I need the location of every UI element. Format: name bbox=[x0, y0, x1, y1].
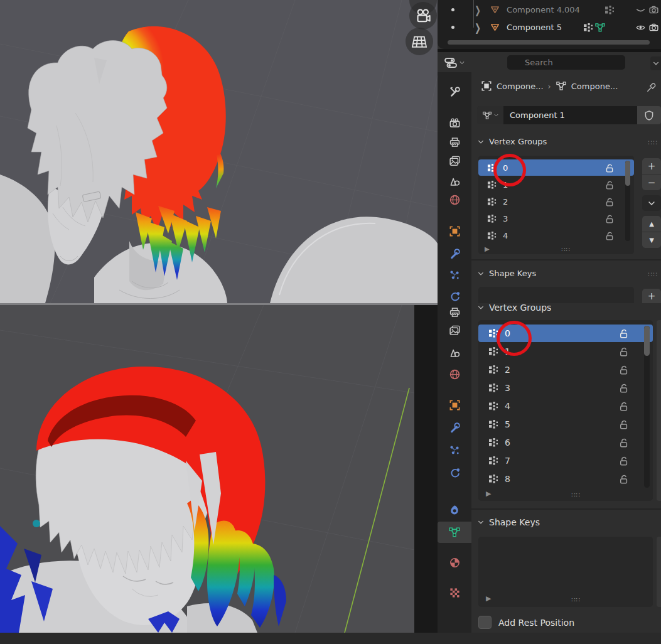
add-rest-position-label[interactable]: Add Rest Position bbox=[498, 618, 574, 628]
vertex-group-row[interactable]: 4 bbox=[478, 397, 653, 415]
vertex-group-row[interactable]: 3 bbox=[478, 210, 634, 227]
lock-open-icon[interactable] bbox=[618, 473, 629, 485]
vertex-group-row[interactable]: 2 bbox=[478, 193, 634, 210]
tab-particles[interactable] bbox=[438, 264, 471, 286]
shape-keys-panel-header-top[interactable]: Shape Keys bbox=[477, 269, 536, 278]
move-group-up-button[interactable]: ▲ bbox=[642, 216, 661, 232]
vertex-group-row[interactable]: 4 bbox=[478, 227, 634, 244]
outliner-item-label[interactable]: Component 5 bbox=[507, 23, 562, 32]
eye-visibility-icon[interactable] bbox=[635, 22, 646, 33]
outliner-horizontal-scrollbar[interactable] bbox=[448, 40, 650, 45]
lock-open-icon[interactable] bbox=[604, 180, 615, 190]
add-shape-key-button[interactable]: + bbox=[642, 289, 661, 303]
mesh-data-icon bbox=[556, 80, 567, 92]
lock-open-icon[interactable] bbox=[604, 213, 615, 224]
vertex-group-row[interactable]: 5 bbox=[478, 416, 653, 433]
vertex-group-row[interactable]: 6 bbox=[478, 434, 653, 451]
vertex-groups-panel-header-top[interactable]: Vertex Groups bbox=[477, 137, 547, 146]
lock-open-icon[interactable] bbox=[618, 400, 629, 412]
pin-icon[interactable] bbox=[645, 82, 657, 94]
mesh-data-icon bbox=[594, 22, 606, 33]
tab-view-layer[interactable] bbox=[438, 150, 471, 171]
vertex-group-specials-button[interactable] bbox=[642, 195, 661, 211]
vertex-group-row[interactable]: 2 bbox=[478, 361, 653, 378]
viewport-3d-top[interactable] bbox=[0, 0, 438, 303]
tab-texture[interactable] bbox=[438, 582, 471, 603]
tab-world[interactable] bbox=[438, 189, 471, 210]
vertex-group-row[interactable]: 3 bbox=[478, 379, 653, 397]
add-vertex-group-button[interactable]: + bbox=[642, 158, 661, 174]
search-input[interactable] bbox=[507, 55, 625, 70]
panel-drag-grip[interactable]: ∷∷ bbox=[648, 271, 658, 279]
add-rest-position-checkbox[interactable] bbox=[478, 616, 492, 629]
tab-particles[interactable] bbox=[438, 439, 471, 461]
list-resize-grip[interactable]: ∷∷ bbox=[561, 246, 571, 253]
panel-drag-grip[interactable]: ∷∷ bbox=[648, 139, 658, 147]
editor-options-button[interactable] bbox=[650, 56, 661, 70]
tab-object-data-selected[interactable] bbox=[438, 522, 471, 543]
object-square-icon bbox=[449, 225, 461, 237]
tab-material[interactable] bbox=[438, 552, 471, 573]
lock-open-icon[interactable] bbox=[618, 364, 629, 375]
viewport-3d-bottom[interactable] bbox=[0, 305, 414, 633]
remove-vertex-group-button[interactable]: − bbox=[642, 174, 661, 190]
list-filter-expand[interactable]: ▶ bbox=[485, 245, 490, 252]
tab-output[interactable] bbox=[438, 131, 471, 153]
tab-constraints[interactable] bbox=[438, 499, 471, 520]
lock-open-icon[interactable] bbox=[618, 346, 629, 357]
tab-scene[interactable] bbox=[438, 341, 471, 363]
list-resize-grip[interactable]: ∷∷ bbox=[571, 491, 581, 498]
lock-open-icon[interactable] bbox=[618, 437, 629, 448]
outliner-item-label[interactable]: Component 4.004 bbox=[507, 5, 580, 14]
list-scrollbar[interactable] bbox=[625, 161, 630, 241]
list-filter-expand[interactable]: ▶ bbox=[486, 594, 491, 603]
expand-arrow-icon[interactable]: ❯ bbox=[475, 4, 481, 16]
shape-keys-panel-header-bottom[interactable]: Shape Keys bbox=[477, 517, 540, 527]
vertex-group-icon bbox=[488, 456, 498, 466]
editor-type-button[interactable] bbox=[444, 56, 465, 70]
vertex-group-row[interactable]: 7 bbox=[478, 452, 653, 470]
vertex-group-name: 7 bbox=[505, 456, 510, 466]
list-scrollbar[interactable] bbox=[644, 326, 650, 488]
vertex-groups-panel-header-bottom[interactable]: Vertex Groups bbox=[477, 303, 551, 313]
tab-scene[interactable] bbox=[438, 170, 471, 191]
outliner-row-component-4004[interactable]: ❯ Component 4.004 bbox=[438, 1, 661, 18]
particles-icon bbox=[449, 444, 461, 456]
list-filter-expand[interactable]: ▶ bbox=[486, 490, 491, 498]
lock-open-icon[interactable] bbox=[618, 328, 629, 339]
tab-modifiers[interactable] bbox=[438, 417, 471, 438]
camera-visibility-icon[interactable] bbox=[648, 4, 659, 15]
tab-physics[interactable] bbox=[438, 462, 471, 483]
expand-arrow-icon[interactable]: ❯ bbox=[475, 21, 481, 34]
bottom-bar bbox=[0, 633, 661, 644]
vertex-group-icon bbox=[605, 5, 615, 15]
protect-shield-button[interactable] bbox=[637, 106, 661, 124]
tab-object[interactable] bbox=[438, 394, 471, 416]
lock-open-icon[interactable] bbox=[604, 230, 615, 241]
tab-world[interactable] bbox=[438, 363, 471, 385]
datablock-name-field[interactable]: Component 1 bbox=[503, 106, 637, 124]
lock-open-icon[interactable] bbox=[604, 196, 615, 207]
lock-open-icon[interactable] bbox=[604, 163, 615, 173]
tab-render[interactable] bbox=[438, 112, 471, 134]
world-globe-icon bbox=[449, 368, 461, 380]
hide-eye-closed-icon[interactable] bbox=[635, 4, 646, 15]
vertex-group-row[interactable]: 8 bbox=[478, 470, 653, 488]
lock-open-icon[interactable] bbox=[618, 419, 629, 430]
gizmo-grid-toggle-button[interactable] bbox=[406, 28, 433, 55]
outliner-row-component-5[interactable]: ❯ Component 5 bbox=[438, 19, 661, 36]
tab-tool[interactable] bbox=[438, 81, 471, 102]
tab-modifiers[interactable] bbox=[438, 243, 471, 264]
tab-object[interactable] bbox=[438, 220, 471, 242]
texture-checker-icon bbox=[449, 587, 461, 599]
chevron-down-icon bbox=[477, 138, 485, 146]
lock-open-icon[interactable] bbox=[618, 455, 629, 466]
move-group-down-button[interactable]: ▼ bbox=[642, 232, 661, 248]
tab-view-layer[interactable] bbox=[438, 319, 471, 341]
gizmo-camera-view-button[interactable] bbox=[409, 2, 437, 30]
camera-visibility-icon[interactable] bbox=[648, 22, 659, 33]
lock-open-icon[interactable] bbox=[618, 382, 629, 394]
list-resize-grip[interactable]: ∷∷ bbox=[571, 596, 581, 603]
selection-dot bbox=[451, 26, 454, 29]
datablock-dropdown-button[interactable] bbox=[477, 106, 503, 124]
